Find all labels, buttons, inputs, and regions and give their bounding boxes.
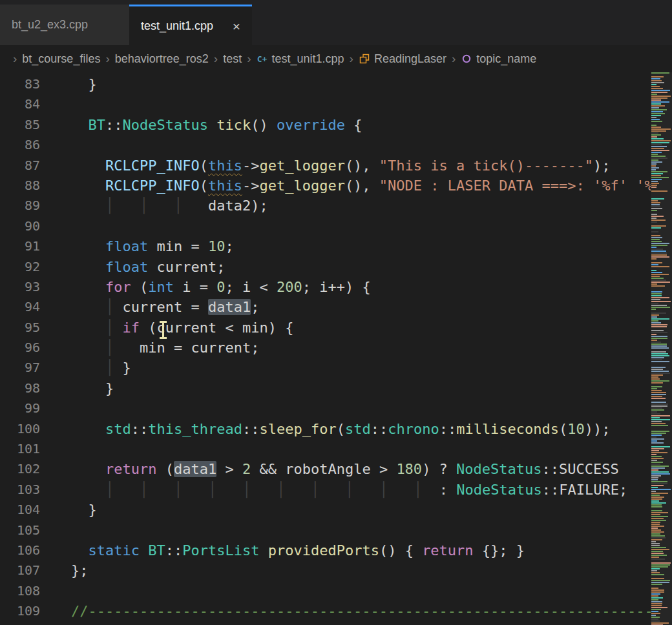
code-token: static bbox=[89, 542, 140, 558]
breadcrumb-item-member[interactable]: topic_name bbox=[461, 52, 536, 66]
code-line[interactable]: 106 static BT::PortsList providedPorts()… bbox=[0, 540, 651, 560]
code-line[interactable]: 88 RCLCPP_INFO(this->get_logger(), "NODE… bbox=[0, 176, 651, 196]
code-line[interactable]: 95 │ if (current < min) { bbox=[0, 318, 651, 338]
code-token: 2 bbox=[242, 461, 251, 477]
tab-test_unit1[interactable]: test_unit1.cpp × bbox=[129, 5, 252, 45]
code-token: │ bbox=[311, 482, 319, 498]
tab-bt_u2_ex3[interactable]: bt_u2_ex3.cpp bbox=[0, 5, 129, 45]
code-line[interactable]: 103 │ │ │ │ │ │ │ │ │ │ : NodeStatus::FA… bbox=[0, 480, 651, 500]
code-line[interactable]: 108 bbox=[0, 581, 651, 601]
line-number[interactable]: 109 bbox=[0, 601, 40, 621]
line-number[interactable]: 105 bbox=[0, 520, 40, 540]
minimap-line bbox=[651, 442, 664, 444]
minimap-line bbox=[651, 529, 661, 531]
minimap-line bbox=[651, 251, 666, 252]
minimap-line bbox=[651, 431, 669, 432]
code-line[interactable]: 109//-----------------------------------… bbox=[0, 601, 651, 621]
minimap-line bbox=[651, 386, 662, 387]
line-number[interactable]: 102 bbox=[0, 459, 40, 479]
line-number[interactable]: 107 bbox=[0, 560, 40, 580]
code-line[interactable]: 85 BT::NodeStatus tick() override { bbox=[0, 115, 651, 135]
minimap-line bbox=[651, 190, 667, 192]
code-line[interactable]: 90 bbox=[0, 216, 651, 236]
code-line[interactable]: 84 bbox=[0, 94, 651, 114]
code-line[interactable]: 105 bbox=[0, 520, 651, 540]
breadcrumb-item-bt-course-files[interactable]: bt_course_files bbox=[22, 52, 100, 66]
code-token: ; i++) { bbox=[302, 279, 371, 295]
minimap-line bbox=[651, 342, 661, 343]
code-line[interactable]: 104 } bbox=[0, 500, 651, 520]
line-number[interactable]: 98 bbox=[0, 378, 40, 398]
code-line-content: static BT::PortsList providedPorts() { r… bbox=[71, 540, 525, 560]
minimap-line bbox=[651, 398, 666, 399]
code-line[interactable]: 99 bbox=[0, 398, 651, 418]
breadcrumb-item-class[interactable]: ReadingLaser bbox=[359, 52, 446, 66]
line-number[interactable]: 90 bbox=[0, 216, 40, 236]
minimap-line bbox=[651, 456, 662, 457]
code-line[interactable]: 102 return (data1 > 2 && robotAngle > 18… bbox=[0, 459, 651, 479]
line-number[interactable]: 83 bbox=[0, 74, 40, 94]
line-number[interactable]: 85 bbox=[0, 115, 40, 135]
minimap-line bbox=[651, 287, 655, 289]
close-icon[interactable]: × bbox=[233, 19, 240, 33]
line-number[interactable]: 91 bbox=[0, 236, 40, 256]
line-number[interactable]: 106 bbox=[0, 540, 40, 560]
line-number[interactable]: 108 bbox=[0, 581, 40, 601]
line-number[interactable]: 101 bbox=[0, 439, 40, 459]
minimap-line bbox=[651, 371, 669, 372]
line-number[interactable]: 89 bbox=[0, 196, 40, 216]
code-line[interactable]: 87 RCLCPP_INFO(this->get_logger(), "This… bbox=[0, 156, 651, 176]
code-token: │ bbox=[208, 482, 216, 498]
line-number[interactable]: 95 bbox=[0, 318, 40, 338]
code-token: │ bbox=[242, 482, 251, 498]
minimap-line bbox=[651, 558, 665, 560]
code-line[interactable]: 96 │ min = current; bbox=[0, 338, 651, 358]
minimap-line bbox=[651, 551, 663, 552]
code-token: │ bbox=[174, 482, 182, 498]
line-number[interactable]: 103 bbox=[0, 480, 40, 500]
code-line[interactable]: 98 } bbox=[0, 378, 651, 398]
code-token: 0 bbox=[216, 279, 225, 295]
minimap-line bbox=[651, 413, 660, 415]
code-line[interactable]: 86 bbox=[0, 135, 651, 155]
code-line[interactable]: 92 float current; bbox=[0, 257, 651, 277]
line-number[interactable]: 97 bbox=[0, 358, 40, 378]
line-number[interactable]: 96 bbox=[0, 338, 40, 358]
line-number[interactable]: 100 bbox=[0, 419, 40, 439]
code-line[interactable]: 94 │ current = data1; bbox=[0, 297, 651, 317]
line-number[interactable]: 94 bbox=[0, 297, 40, 317]
breadcrumb-item-test[interactable]: test bbox=[223, 52, 242, 66]
code-line[interactable]: 91 float min = 10; bbox=[0, 236, 651, 256]
code-editor[interactable]: 83 }8485 BT::NodeStatus tick() override … bbox=[0, 72, 651, 625]
code-line[interactable]: 97 │ } bbox=[0, 358, 651, 378]
minimap-line bbox=[651, 274, 669, 275]
code-line-content: │ │ │ │ │ │ │ │ │ │ : NodeStatus::FAILUR… bbox=[71, 480, 627, 500]
minimap-line bbox=[651, 289, 655, 291]
minimap-line bbox=[651, 460, 657, 461]
minimap-line bbox=[651, 212, 655, 213]
minimap-line bbox=[651, 206, 660, 207]
minimap-line bbox=[651, 570, 657, 571]
code-line[interactable]: 100 std::this_thread::sleep_for(std::chr… bbox=[0, 419, 651, 439]
code-line[interactable]: 107}; bbox=[0, 560, 651, 580]
code-line[interactable]: 93 for (int i = 0; i < 200; i++) { bbox=[0, 277, 651, 297]
minimap-line bbox=[651, 347, 669, 349]
line-number[interactable]: 84 bbox=[0, 94, 40, 114]
code-line[interactable]: 83 } bbox=[0, 74, 651, 94]
code-token: │ bbox=[277, 482, 285, 498]
line-number[interactable]: 86 bbox=[0, 135, 40, 155]
breadcrumb-item-behaviortree-ros2[interactable]: behaviortree_ros2 bbox=[115, 52, 209, 66]
line-number[interactable]: 92 bbox=[0, 257, 40, 277]
line-number[interactable]: 87 bbox=[0, 156, 40, 176]
line-number[interactable]: 99 bbox=[0, 398, 40, 418]
minimap[interactable] bbox=[651, 72, 672, 625]
breadcrumb-member-label: topic_name bbox=[476, 52, 536, 66]
minimap-line bbox=[651, 200, 658, 201]
code-line[interactable]: 101 bbox=[0, 439, 651, 459]
minimap-line bbox=[651, 489, 671, 490]
line-number[interactable]: 93 bbox=[0, 277, 40, 297]
line-number[interactable]: 88 bbox=[0, 176, 40, 196]
code-line[interactable]: 89 │ │ │ data2); bbox=[0, 196, 651, 216]
line-number[interactable]: 104 bbox=[0, 500, 40, 520]
breadcrumb-item-file[interactable]: C+ test_unit1.cpp bbox=[257, 52, 344, 66]
